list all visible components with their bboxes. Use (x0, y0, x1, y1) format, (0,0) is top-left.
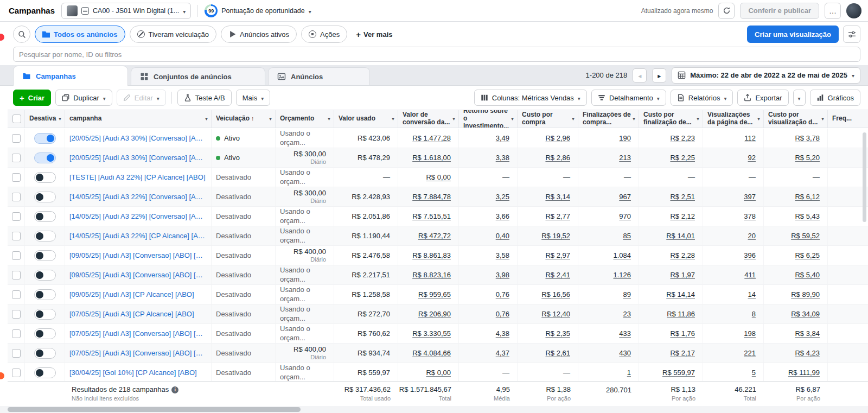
tab-ads[interactable]: Anúncios (268, 67, 370, 85)
more-actions-button[interactable]: Mais (236, 90, 270, 106)
column-header[interactable]: campanha (65, 110, 212, 128)
column-header[interactable]: Valor de conversão da... (398, 110, 459, 128)
row-checkbox[interactable] (12, 154, 21, 162)
filter-pill[interactable]: Todos os anúncios (35, 26, 125, 43)
view-settings-button[interactable] (843, 26, 860, 43)
column-header[interactable]: Custo por finalização de... (639, 110, 703, 128)
chevron-down-icon[interactable] (633, 115, 635, 123)
export-button[interactable]: Exportar (737, 90, 788, 106)
row-checkbox[interactable] (12, 212, 21, 221)
charts-button[interactable]: Gráficos (810, 90, 860, 106)
tab-campaigns[interactable]: Campanhas (13, 66, 128, 86)
campaign-active-toggle[interactable] (34, 367, 56, 378)
table-row[interactable]: [07/05/25] [Audi A3] [Conversao] [ABO] [… (8, 344, 868, 363)
campaign-name-link[interactable]: [09/05/25] [Audi A3] [Conversao] [ABO] [… (69, 251, 207, 259)
row-checkbox[interactable] (12, 251, 21, 260)
campaign-active-toggle[interactable] (34, 192, 56, 202)
reports-button[interactable]: Relatórios (671, 90, 733, 106)
campaign-active-toggle[interactable] (34, 309, 56, 320)
filter-pill[interactable]: Tiveram veiculação (130, 26, 217, 43)
campaign-active-toggle[interactable] (34, 289, 56, 300)
horizontal-scrollbar-thumb[interactable] (8, 407, 301, 412)
refresh-button[interactable] (718, 3, 735, 19)
table-row[interactable]: [09/05/25] [Audi A3] [Conversao] [ABO] [… (8, 265, 868, 285)
campaign-name-link[interactable]: [14/05/25] [Audi A3 22%] [Conversao] [AB… (69, 193, 207, 201)
date-range-selector[interactable]: Máximo: 22 de abr de 2022 a 22 de mai de… (672, 67, 860, 84)
column-header[interactable]: Desativa (25, 110, 65, 128)
column-header[interactable]: Retorno sobre o investimento... (459, 110, 518, 128)
campaign-active-toggle[interactable] (34, 348, 56, 359)
edit-button[interactable]: Editar (117, 90, 166, 106)
table-row[interactable]: [TESTE] [Audi A3 22%] [CP Alcance] [ABO]… (8, 168, 868, 187)
chevron-down-icon[interactable] (205, 115, 208, 123)
chevron-down-icon[interactable] (392, 115, 394, 123)
table-row[interactable]: [14/05/25] [Audi A3 22%] [Conversao] [AB… (8, 187, 868, 207)
column-header[interactable]: Visualizações da página de... (703, 110, 764, 128)
opportunity-score[interactable]: 99 Pontuação de oportunidade (205, 4, 311, 17)
table-row[interactable]: [20/05/25] [Audi A3 30%] [Conversao] [AB… (8, 129, 868, 148)
column-header[interactable]: Freq... (828, 110, 868, 128)
chevron-down-icon[interactable] (757, 115, 760, 123)
chevron-down-icon[interactable] (821, 115, 824, 123)
campaign-active-toggle[interactable] (34, 153, 56, 163)
chevron-down-icon[interactable] (452, 115, 455, 123)
campaign-name-link[interactable]: [30/04/25] [Gol 10%] [CP Alcance] [ABO] (69, 368, 197, 377)
select-all-checkbox[interactable] (12, 115, 21, 123)
column-header[interactable]: Orçamento (276, 110, 334, 128)
see-more-filters[interactable]: Ver mais (352, 30, 397, 39)
campaign-active-toggle[interactable] (34, 211, 56, 222)
row-checkbox[interactable] (12, 368, 21, 377)
campaign-name-link[interactable]: [07/05/25] [Audi A3] [Conversao] [ABO] [… (69, 329, 207, 338)
chevron-down-icon[interactable] (572, 115, 575, 123)
row-checkbox[interactable] (12, 310, 21, 319)
table-row[interactable]: [30/04/25] [Gol 10%] [CP Alcance] [ABO]D… (8, 363, 868, 381)
chevron-down-icon[interactable] (328, 115, 330, 123)
review-publish-button[interactable]: Conferir e publicar (740, 3, 819, 19)
table-row[interactable]: [14/05/25] [Audi A3 22%] [Conversao] [AB… (8, 207, 868, 226)
breakdown-button[interactable]: Detalhamento (591, 90, 666, 106)
campaign-active-toggle[interactable] (34, 133, 56, 144)
campaign-active-toggle[interactable] (34, 250, 56, 261)
table-row[interactable]: [09/05/25] [Audi A3] [Conversao] [ABO] [… (8, 246, 868, 265)
row-checkbox[interactable] (12, 271, 21, 279)
column-header[interactable]: Veiculação (212, 110, 276, 128)
campaign-active-toggle[interactable] (34, 270, 56, 281)
campaign-name-link[interactable]: [20/05/25] [Audi A3 30%] [Conversao] [AB… (69, 134, 207, 142)
table-row[interactable]: [20/05/25] [Audi A3 30%] [Conversao] [AB… (8, 148, 868, 168)
table-row[interactable]: [07/05/25] [Audi A3] [CP Alcance] [ABO]D… (8, 304, 868, 324)
ab-test-button[interactable]: Teste A/B (177, 90, 232, 106)
row-checkbox[interactable] (12, 134, 21, 143)
account-selector[interactable]: CA00 - JS01 Win Digital (1... (61, 3, 191, 19)
row-checkbox[interactable] (12, 232, 21, 240)
chevron-down-icon[interactable] (59, 115, 61, 123)
campaign-active-toggle[interactable] (34, 328, 56, 339)
row-checkbox[interactable] (12, 173, 21, 182)
vertical-scrollbar[interactable] (863, 132, 866, 222)
columns-button[interactable]: Colunas: Métricas Vendas (474, 90, 587, 106)
avatar[interactable] (846, 3, 861, 18)
row-checkbox[interactable] (12, 349, 21, 358)
table-row[interactable]: [14/05/25] [Audi A3 22%] [CP Alcance] [A… (8, 226, 868, 246)
chevron-down-icon[interactable] (697, 115, 699, 123)
campaign-name-link[interactable]: [20/05/25] [Audi A3 30%] [Conversao] [AB… (69, 154, 207, 162)
campaign-active-toggle[interactable] (34, 172, 56, 183)
column-header[interactable]: Finalizações de compra... (578, 110, 639, 128)
info-icon[interactable]: i (171, 386, 178, 393)
table-row[interactable]: [09/05/25] [Audi A3] [CP Alcance] [ABO]D… (8, 285, 868, 304)
row-checkbox[interactable] (12, 193, 21, 201)
campaign-name-link[interactable]: [07/05/25] [Audi A3] [CP Alcance] [ABO] (69, 310, 194, 318)
prev-page-button[interactable] (633, 68, 647, 82)
campaign-name-link[interactable]: [07/05/25] [Audi A3] [Conversao] [ABO] [… (69, 349, 207, 357)
table-row[interactable]: [07/05/25] [Audi A3] [Conversao] [ABO] [… (8, 324, 868, 344)
column-header[interactable]: Custo por compra (518, 110, 578, 128)
column-header[interactable]: Valor usado (334, 110, 398, 128)
more-options-button[interactable]: … (825, 3, 841, 19)
create-view-button[interactable]: Criar uma visualização (747, 26, 839, 43)
campaign-active-toggle[interactable] (34, 231, 56, 242)
row-checkbox[interactable] (12, 290, 21, 299)
search-input[interactable] (13, 47, 860, 62)
campaign-name-link[interactable]: [14/05/25] [Audi A3 22%] [CP Alcance] [A… (69, 232, 207, 240)
chevron-down-icon[interactable] (511, 115, 514, 123)
export-options-button[interactable] (793, 90, 806, 106)
filter-pill[interactable]: Ações (301, 26, 347, 43)
